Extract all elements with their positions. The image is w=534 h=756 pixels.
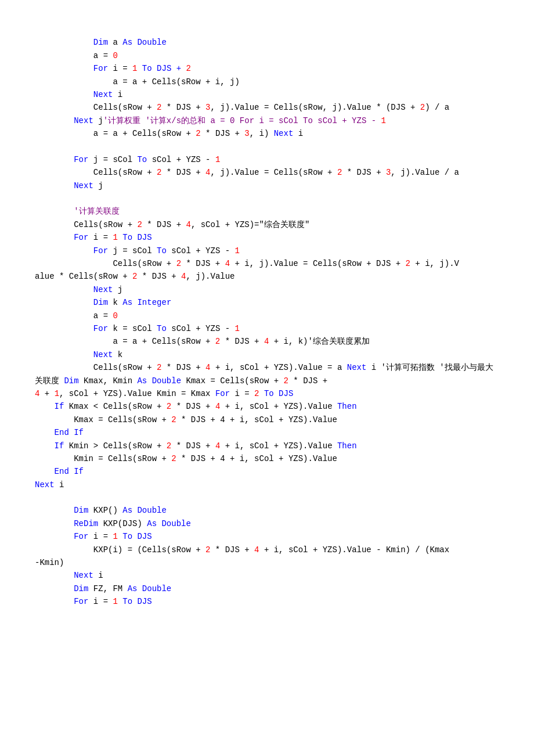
code-line: End If: [35, 465, 499, 478]
code-line: ReDim KXP(DJS) As Double: [35, 517, 499, 530]
code-line: a = a + Cells(sRow + 2 * DJS + 4 + i, k)…: [35, 335, 499, 348]
code-line: Cells(sRow + 2 * DJS + 4, sCol + YZS)="综…: [35, 218, 499, 231]
code-line: Next i: [35, 88, 499, 101]
code-line: For i = 1 To DJS: [35, 595, 499, 608]
code-line: KXP(i) = (Cells(sRow + 2 * DJS + 4 + i, …: [35, 543, 499, 556]
code-line: Cells(sRow + 2 * DJS + 4 + i, sCol + YZS…: [35, 361, 499, 387]
code-line: Cells(sRow + 2 * DJS + 4 + i, j).Value =…: [35, 257, 499, 270]
code-line: For i = 1 To DJS: [35, 530, 499, 543]
code-line: Dim FZ, FM As Double: [35, 582, 499, 595]
code-line: For i = 1 To DJS: [35, 231, 499, 244]
code-line: alue * Cells(sRow + 2 * DJS + 4, j).Valu…: [35, 270, 499, 283]
code-line: For j = sCol To sCol + YZS - 1: [35, 153, 499, 166]
code-line: Dim KXP() As Double: [35, 504, 499, 517]
code-line: For i = 1 To DJS + 2: [35, 62, 499, 75]
code-line: Next j: [35, 179, 499, 192]
code-line: Next i: [35, 478, 499, 491]
code-line: [35, 192, 499, 205]
code-container: Dim a As Double a = 0 For i = 1 To DJS +…: [35, 23, 499, 609]
code-line: Kmin = Cells(sRow + 2 * DJS + 4 + i, sCo…: [35, 452, 499, 465]
code-line: a = a + Cells(sRow + 2 * DJS + 3, i) Nex…: [35, 127, 499, 140]
code-line: Kmax = Cells(sRow + 2 * DJS + 4 + i, sCo…: [35, 413, 499, 426]
code-line: a = a + Cells(sRow + i, j): [35, 75, 499, 88]
code-line: a = 0: [35, 49, 499, 62]
code-line: Cells(sRow + 2 * DJS + 3, j).Value = Cel…: [35, 101, 499, 114]
code-line: If Kmax < Cells(sRow + 2 * DJS + 4 + i, …: [35, 400, 499, 413]
code-line: If Kmin > Cells(sRow + 2 * DJS + 4 + i, …: [35, 440, 499, 452]
code-line: [35, 141, 499, 153]
code-line: [35, 491, 499, 504]
code-line: '计算关联度: [35, 205, 499, 218]
code-line: 4 + 1, sCol + YZS).Value Kmin = Kmax For…: [35, 387, 499, 400]
code-line: a = 0: [35, 309, 499, 322]
code-line: Cells(sRow + 2 * DJS + 4, j).Value = Cel…: [35, 166, 499, 179]
code-line: -Kmin): [35, 556, 499, 569]
code-line: Dim k As Integer: [35, 296, 499, 309]
code-line: For k = sCol To sCol + YZS - 1: [35, 322, 499, 335]
code-line: End If: [35, 426, 499, 439]
code-line: Next j: [35, 283, 499, 296]
code-line: Dim a As Double: [35, 36, 499, 49]
code-line: Next i: [35, 569, 499, 582]
code-line: Next k: [35, 348, 499, 361]
code-line: Next j'计算权重 '计算x/s的总和 a = 0 For i = sCol…: [35, 114, 499, 127]
code-line: For j = sCol To sCol + YZS - 1: [35, 244, 499, 257]
